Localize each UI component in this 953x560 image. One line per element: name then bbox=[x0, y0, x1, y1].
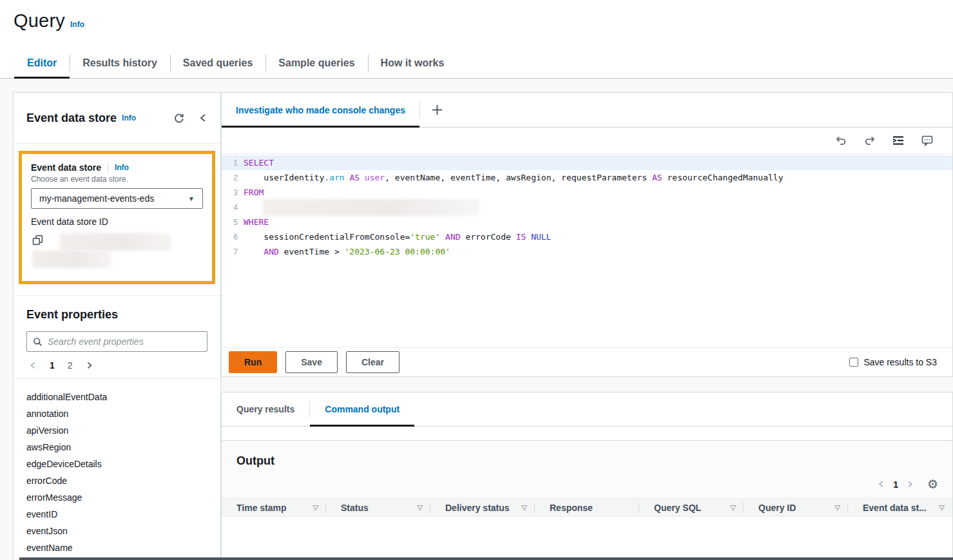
filter-icon[interactable]: ▽ bbox=[414, 503, 423, 512]
run-button[interactable]: Run bbox=[229, 351, 277, 373]
code-text: WHERE bbox=[244, 217, 269, 227]
sidebar-info-link[interactable]: Info bbox=[122, 113, 136, 122]
event-property-item[interactable]: eventJson bbox=[26, 523, 207, 539]
sidebar-header: Event data storeInfo bbox=[14, 93, 220, 144]
page-number[interactable]: 1 bbox=[50, 360, 55, 371]
table-column-header[interactable]: Query SQL ▽ bbox=[639, 499, 744, 516]
event-property-item[interactable]: annotation bbox=[26, 405, 207, 422]
results-tab[interactable]: Query results bbox=[222, 392, 309, 426]
collapse-panel-button[interactable] bbox=[198, 113, 207, 124]
line-number: 3 bbox=[222, 188, 244, 197]
refresh-button[interactable] bbox=[173, 113, 184, 124]
code-line: 7 AND eventTime > '2023-06-23 00:00:00' bbox=[222, 244, 952, 259]
event-property-item[interactable]: awsRegion bbox=[26, 439, 207, 456]
previous-page-button[interactable] bbox=[878, 480, 885, 488]
top-tab[interactable]: Saved queries bbox=[170, 48, 266, 78]
top-tab[interactable]: How it works bbox=[368, 48, 457, 78]
page-info-link[interactable]: Info bbox=[70, 20, 84, 29]
code-line: 5 WHERE bbox=[222, 215, 952, 229]
save-results-to-s3-checkbox[interactable] bbox=[849, 358, 858, 367]
redo-button[interactable] bbox=[864, 136, 875, 146]
search-input[interactable] bbox=[48, 336, 201, 347]
table-column-header[interactable]: Delivery status ▽ bbox=[430, 499, 535, 516]
chevron-right-icon bbox=[907, 480, 914, 488]
event-property-item[interactable]: errorCode bbox=[26, 472, 207, 489]
results-tab-label: Query results bbox=[236, 404, 294, 414]
page-number[interactable]: 2 bbox=[68, 360, 73, 371]
column-label: Delivery status bbox=[445, 503, 510, 513]
search-icon bbox=[33, 337, 43, 347]
top-tab-label: Saved queries bbox=[183, 57, 253, 69]
event-property-item[interactable]: eventID bbox=[26, 506, 207, 523]
filter-icon[interactable]: ▽ bbox=[309, 503, 318, 512]
chevron-down-icon: ▼ bbox=[188, 195, 195, 202]
copy-id-button[interactable] bbox=[32, 235, 43, 246]
top-tab-label: Sample queries bbox=[278, 57, 354, 69]
output-section: Output 1 ⚙ Ti bbox=[222, 440, 952, 545]
sql-editor[interactable]: 1 SELECT 2 userIdentity.arn AS user, eve… bbox=[222, 154, 952, 348]
results-tab-label: Command output bbox=[325, 404, 399, 414]
output-title: Output bbox=[222, 441, 952, 468]
top-tab[interactable]: Sample queries bbox=[265, 48, 367, 78]
next-page-button[interactable] bbox=[86, 361, 93, 370]
table-column-header[interactable]: Response bbox=[535, 499, 639, 516]
previous-page-button[interactable] bbox=[29, 361, 37, 370]
event-property-item[interactable]: eventName bbox=[26, 539, 207, 556]
clear-button[interactable]: Clear bbox=[346, 351, 399, 373]
table-column-header[interactable]: Status ▽ bbox=[326, 499, 430, 516]
table-column-header[interactable]: Time stamp ▽ bbox=[222, 499, 326, 516]
column-label: Status bbox=[341, 503, 369, 513]
filter-icon[interactable]: ▽ bbox=[831, 503, 840, 512]
event-properties-list: additionalEventDataannotationapiVersiona… bbox=[14, 378, 220, 560]
comment-button[interactable] bbox=[921, 135, 933, 146]
format-indent-icon bbox=[892, 135, 904, 146]
filter-icon[interactable]: ▽ bbox=[936, 503, 945, 512]
event-property-item[interactable]: edgeDeviceDetails bbox=[26, 456, 207, 472]
table-column-header[interactable]: Event data st... ▽ bbox=[848, 499, 952, 516]
current-page-number[interactable]: 1 bbox=[893, 479, 898, 490]
plus-icon bbox=[431, 104, 443, 116]
event-data-store-id-row bbox=[31, 233, 203, 271]
code-text: userIdentity.arn AS user, eventName, eve… bbox=[244, 173, 784, 182]
callout-title: Event data store bbox=[31, 162, 101, 173]
code-text: sessionCredentialFromConsole='true' AND … bbox=[244, 232, 551, 242]
callout-info-link[interactable]: Info bbox=[115, 163, 129, 172]
event-property-item[interactable]: additionalEventData bbox=[26, 389, 207, 405]
event-properties-section: Event properties 12 bbox=[14, 295, 220, 378]
code-line: 6 sessionCredentialFromConsole='true' AN… bbox=[222, 229, 952, 244]
save-results-to-s3: Save results to S3 bbox=[849, 357, 945, 367]
settings-button[interactable]: ⚙ bbox=[927, 478, 938, 490]
top-tab[interactable]: Editor bbox=[14, 48, 70, 78]
undo-button[interactable] bbox=[836, 136, 847, 146]
event-data-store-select[interactable]: my-management-events-eds ▼ bbox=[31, 188, 203, 209]
new-query-tab-button[interactable] bbox=[420, 93, 454, 127]
top-tab[interactable]: Results history bbox=[70, 48, 170, 78]
window-bottom-edge bbox=[19, 557, 953, 560]
callout-description: Choose an event data store. bbox=[31, 175, 203, 184]
event-property-item[interactable]: apiVersion bbox=[26, 422, 207, 439]
code-line: 1 SELECT bbox=[222, 155, 952, 170]
page-numbers: 12 bbox=[50, 360, 73, 371]
chevron-right-icon bbox=[86, 361, 93, 370]
output-table-empty-row bbox=[222, 517, 952, 545]
results-tab[interactable]: Command output bbox=[310, 392, 414, 426]
code-line: 2 userIdentity.arn AS user, eventName, e… bbox=[222, 170, 952, 185]
query-tab[interactable]: Investigate who made console changes bbox=[222, 93, 419, 127]
divider bbox=[108, 162, 108, 173]
properties-pagination: 12 bbox=[26, 360, 207, 371]
line-number: 7 bbox=[222, 247, 244, 256]
format-sql-button[interactable] bbox=[892, 135, 904, 146]
next-page-button[interactable] bbox=[907, 480, 914, 488]
filter-icon[interactable]: ▽ bbox=[727, 503, 736, 512]
results-tab-row: Query resultsCommand output bbox=[222, 392, 952, 427]
filter-icon[interactable]: ▽ bbox=[518, 503, 527, 512]
line-number: 4 bbox=[222, 203, 244, 212]
undo-icon bbox=[836, 136, 847, 146]
code-text: AND eventTime > '2023-06-23 00:00:00' bbox=[244, 247, 450, 256]
event-data-store-sidebar: Event data storeInfo E bbox=[13, 92, 221, 560]
event-properties-search[interactable] bbox=[26, 331, 207, 352]
event-property-item[interactable]: errorMessage bbox=[26, 489, 207, 506]
table-column-header[interactable]: Query ID ▽ bbox=[744, 499, 848, 516]
redacted-id-value bbox=[32, 251, 111, 268]
save-button[interactable]: Save bbox=[285, 351, 338, 373]
